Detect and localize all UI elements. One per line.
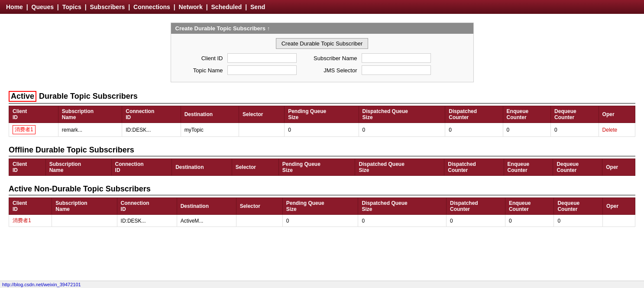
col-enqueue-counter: EnqueueCounter — [503, 106, 550, 123]
create-section: Create Durable Topic Subscribers ↑ Creat… — [171, 23, 474, 82]
td-enqueue-counter: 0 — [503, 123, 550, 137]
active-durable-title: Durable Topic Subscribers — [39, 92, 138, 100]
create-section-title: Create Durable Topic Subscribers ↑ — [175, 25, 270, 32]
col-operation: Oper — [603, 198, 635, 215]
td-subscription-name: remark... — [58, 123, 122, 137]
create-btn-row: Create Durable Topic Subscriber — [180, 38, 465, 49]
nav-network[interactable]: Network — [179, 3, 203, 10]
nav-send[interactable]: Send — [250, 3, 265, 10]
active-non-durable-heading: Active Non-Durable Topic Subscribers — [9, 184, 635, 195]
td-operation: Delete — [599, 123, 635, 137]
col-connection-id: ConnectionID — [117, 198, 177, 215]
td-destination: myTopic — [181, 123, 239, 137]
navbar: Home | Queues | Topics | Subscribers | C… — [0, 0, 644, 14]
create-durable-subscriber-button[interactable]: Create Durable Topic Subscriber — [276, 38, 369, 49]
active-durable-table: ClientID SubscriptionName ConnectionID D… — [9, 106, 635, 137]
td-subscription-name — [52, 215, 117, 227]
col-pending-queue-size: Pending QueueSize — [285, 106, 359, 123]
td-dispatched-queue-size: 0 — [359, 123, 445, 137]
td-pending-queue-size: 0 — [285, 123, 359, 137]
active-durable-header-row: ClientID SubscriptionName ConnectionID D… — [9, 106, 635, 123]
col-dequeue-counter: DequeueCounter — [553, 159, 602, 176]
form-row-clientid-subscriber: Client ID Subscriber Name — [180, 53, 465, 63]
offline-durable-heading: Offline Durable Topic Subscribers — [9, 146, 635, 156]
active-durable-heading: Active Durable Topic Subscribers — [9, 91, 635, 104]
offline-durable-thead: ClientID SubscriptionName ConnectionID D… — [9, 159, 635, 176]
col-dispatched-counter: DispatchedCounter — [445, 106, 503, 123]
col-destination: Destination — [177, 198, 236, 215]
nav-scheduled[interactable]: Scheduled — [211, 3, 242, 10]
td-selector — [239, 123, 285, 137]
td-dispatched-counter: 0 — [446, 215, 505, 227]
td-pending-queue-size: 0 — [282, 215, 358, 227]
td-enqueue-counter: 0 — [505, 215, 554, 227]
col-subscription-name: SubscriptionName — [52, 198, 117, 215]
nav-queues[interactable]: Queues — [32, 3, 54, 10]
col-dispatched-queue-size: Dispatched QueueSize — [355, 159, 444, 176]
col-client-id: ClientID — [9, 106, 58, 123]
subscriber-name-input[interactable] — [362, 53, 431, 63]
td-client-id: 消费者1 — [9, 215, 52, 227]
create-section-body: Create Durable Topic Subscriber Client I… — [171, 34, 473, 82]
td-dequeue-counter: 0 — [551, 123, 599, 137]
col-dequeue-counter: DequeueCounter — [551, 106, 599, 123]
col-selector: Selector — [232, 159, 278, 176]
col-dispatched-counter: DispatchedCounter — [444, 159, 504, 176]
form-row-topicname-selector: Topic Name JMS Selector — [180, 65, 465, 75]
col-pending-queue-size: Pending QueueSize — [278, 159, 355, 176]
nav-home[interactable]: Home — [6, 3, 23, 10]
client-id-label: Client ID — [180, 55, 223, 61]
create-section-header: Create Durable Topic Subscribers ↑ — [171, 23, 473, 34]
td-connection-id: ID:DESK... — [122, 123, 181, 137]
url-bar: http://blog.csdn.net/weixin_39472101 — [0, 281, 644, 286]
col-client-id: ClientID — [9, 198, 52, 215]
col-enqueue-counter: EnqueueCounter — [504, 159, 553, 176]
col-dequeue-counter: DequeueCounter — [554, 198, 603, 215]
active-non-durable-tbody: 消费者1 ID:DESK... ActiveM... 0 0 0 0 0 — [9, 215, 635, 227]
td-client-id: 消费者1 — [9, 123, 58, 137]
nav-connections[interactable]: Connections — [133, 3, 170, 10]
table-row: 消费者1 ID:DESK... ActiveM... 0 0 0 0 0 — [9, 215, 635, 227]
jms-selector-input[interactable] — [362, 65, 431, 75]
offline-durable-table: ClientID SubscriptionName ConnectionID D… — [9, 159, 635, 176]
client-id-link[interactable]: 消费者1 — [13, 217, 31, 223]
nav-subscribers[interactable]: Subscribers — [90, 3, 125, 10]
active-non-durable-title: Active Non-Durable Topic Subscribers — [9, 184, 151, 193]
col-connection-id: ConnectionID — [111, 159, 172, 176]
subscriber-name-label: Subscriber Name — [301, 55, 357, 61]
active-non-durable-thead: ClientID SubscriptionName ConnectionID D… — [9, 198, 635, 215]
client-id-input[interactable] — [227, 53, 297, 63]
col-operation: Oper — [602, 159, 635, 176]
active-durable-thead: ClientID SubscriptionName ConnectionID D… — [9, 106, 635, 123]
topic-name-input[interactable] — [227, 65, 297, 75]
col-destination: Destination — [181, 106, 239, 123]
col-selector: Selector — [236, 198, 282, 215]
col-selector: Selector — [239, 106, 285, 123]
col-dispatched-queue-size: Dispatched QueueSize — [359, 106, 445, 123]
td-selector — [236, 215, 282, 227]
col-client-id: ClientID — [9, 159, 46, 176]
td-operation — [603, 215, 635, 227]
table-row: 消费者1 remark... ID:DESK... myTopic 0 0 0 … — [9, 123, 635, 137]
main-content: Create Durable Topic Subscribers ↑ Creat… — [0, 14, 644, 286]
jms-selector-label: JMS Selector — [301, 67, 357, 74]
col-subscription-name: SubscriptionName — [58, 106, 122, 123]
col-operation: Oper — [599, 106, 635, 123]
active-durable-tbody: 消费者1 remark... ID:DESK... myTopic 0 0 0 … — [9, 123, 635, 137]
col-subscription-name: SubscriptionName — [45, 159, 111, 176]
col-dispatched-counter: DispatchedCounter — [446, 198, 505, 215]
topic-name-label: Topic Name — [180, 67, 223, 74]
col-pending-queue-size: Pending QueueSize — [282, 198, 358, 215]
url-text: http://blog.csdn.net/weixin_39472101 — [2, 282, 81, 286]
td-destination: ActiveM... — [177, 215, 236, 227]
delete-link[interactable]: Delete — [602, 127, 618, 133]
offline-durable-title: Offline Durable Topic Subscribers — [9, 146, 134, 154]
nav-topics[interactable]: Topics — [62, 3, 81, 10]
td-dequeue-counter: 0 — [554, 215, 603, 227]
client-id-badge[interactable]: 消费者1 — [13, 125, 36, 134]
col-enqueue-counter: EnqueueCounter — [505, 198, 554, 215]
col-connection-id: ConnectionID — [122, 106, 181, 123]
col-destination: Destination — [172, 159, 232, 176]
active-non-durable-header-row: ClientID SubscriptionName ConnectionID D… — [9, 198, 635, 215]
td-dispatched-queue-size: 0 — [358, 215, 447, 227]
